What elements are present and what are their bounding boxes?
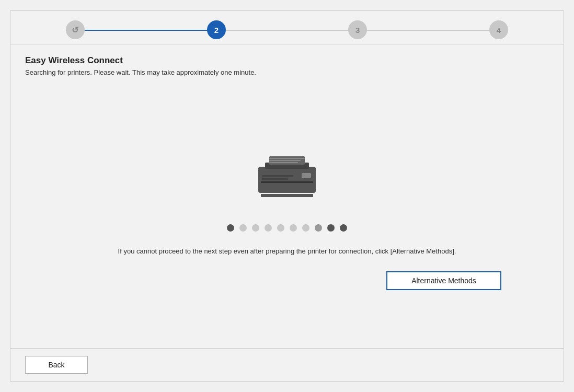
step-4: 4 [489,20,508,39]
svg-rect-2 [261,194,313,197]
center-area: If you cannot proceed to the next step e… [25,87,549,343]
svg-rect-12 [262,178,288,180]
loading-dots [227,224,347,232]
back-button[interactable]: Back [25,356,88,374]
printer-icon [245,140,329,210]
page-title: Easy Wireless Connect [25,55,549,66]
svg-rect-11 [262,175,293,177]
svg-rect-10 [302,173,311,178]
step-1: ↺ [66,20,85,39]
loading-dot [265,224,272,232]
step-3-label: 3 [355,26,360,34]
svg-rect-7 [269,160,301,161]
loading-dot [327,224,335,232]
stepper: ↺ 2 3 4 [10,11,564,45]
loading-dot [315,224,322,232]
svg-rect-9 [261,181,313,183]
step-2-label: 2 [214,26,219,34]
loading-dot [340,224,347,232]
refresh-icon: ↺ [72,25,78,35]
app-window: ↺ 2 3 4 Easy Wireless Connect Searching … [10,10,564,382]
loading-dot [302,224,309,232]
footer: Back [10,348,564,381]
step-2: 2 [207,20,226,39]
loading-dot [227,224,234,232]
loading-dot [290,224,297,232]
loading-dot [277,224,284,232]
loading-dot [252,224,259,232]
main-content: Easy Wireless Connect Searching for prin… [10,45,564,348]
loading-dot [239,224,247,232]
svg-rect-6 [269,158,305,159]
step-4-label: 4 [497,26,501,34]
svg-rect-8 [269,162,298,163]
step-3: 3 [348,20,367,39]
info-text: If you cannot proceed to the next step e… [118,246,456,257]
alternative-methods-button[interactable]: Alternative Methods [386,271,501,290]
page-subtitle: Searching for printers. Please wait. Thi… [25,68,549,76]
